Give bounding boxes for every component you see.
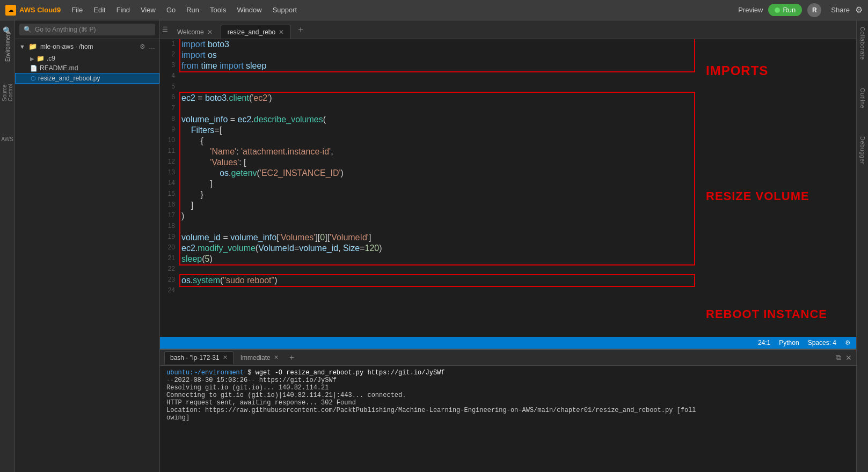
line-number-21: 21 (160, 254, 179, 264)
file-readme[interactable]: 📄 README.md (15, 63, 159, 73)
code-line-9: 9 Filters=[ (160, 125, 695, 136)
line-number-3: 3 (160, 61, 179, 71)
c9-folder-label: .c9 (47, 55, 55, 62)
terminal-tab-bash[interactable]: bash - "ip-172-31 ✕ (164, 351, 234, 364)
file-tree: 🔍 Go to Anything (⌘ P) ▼ 📁 mle-on-aws · … (15, 20, 160, 472)
code-line-16: 16 ] (160, 200, 695, 211)
terminal-line: HTTP request sent, awaiting response... … (166, 399, 850, 407)
status-bar: 24:1 Python Spaces: 4 ⚙ (160, 337, 856, 349)
term-output: Location: https://raw.githubusercontent.… (166, 407, 696, 414)
terminal-content[interactable]: ubuntu:~/environment $ wget -O resize_an… (160, 366, 856, 472)
new-tab-button[interactable]: ＋ (294, 23, 307, 36)
editor-content-area: 1import boto32import os3from time import… (160, 39, 856, 337)
menu-bar: ☁ AWS Cloud9 File Edit Find View Go Run … (0, 0, 868, 20)
left-sidebar-icons: 🔍 Environment Source Control AWS (0, 20, 15, 472)
code-line-4: 4 (160, 71, 695, 82)
line-number-18: 18 (160, 222, 179, 232)
aws-icon: ☁ (5, 5, 16, 16)
line-content-1: import boto3 (179, 39, 695, 50)
line-content-13: os.getenv('EC2_INSTANCE_ID') (179, 168, 695, 179)
terminal-controls: ⧉ ✕ (297, 353, 856, 362)
line-content-16: ] (179, 200, 695, 211)
line-content-12: 'Values': [ (179, 157, 695, 168)
terminal-immediate-close[interactable]: ✕ (274, 354, 279, 361)
terminal-new-tab[interactable]: ＋ (288, 352, 296, 363)
annotations-column: IMPORTS RESIZE VOLUME REBOOT INSTANCE (695, 39, 856, 337)
right-sidebar-debugger[interactable]: Debugger (858, 134, 867, 166)
line-number-4: 4 (160, 71, 179, 82)
code-line-22: 22 (160, 264, 695, 275)
menu-go[interactable]: Go (162, 4, 180, 16)
menu-file[interactable]: File (67, 4, 87, 16)
search-box[interactable]: 🔍 Go to Anything (⌘ P) (19, 24, 155, 35)
line-content-7 (179, 104, 695, 114)
status-gear-icon[interactable]: ⚙ (845, 339, 851, 346)
terminal-bash-close[interactable]: ✕ (223, 354, 228, 361)
term-output: Resolving git.io (git.io)... 140.82.114.… (166, 384, 329, 392)
tab-welcome[interactable]: Welcome ✕ (170, 25, 220, 39)
terminal-immediate-label: Immediate (240, 354, 271, 362)
line-number-8: 8 (160, 114, 179, 125)
app-logo: ☁ AWS Cloud9 (5, 5, 61, 16)
editor-panel: ☰ Welcome ✕ resize_and_rebo ✕ ＋ 1import … (160, 20, 856, 472)
aws-sidebar-icon[interactable]: AWS (2, 133, 13, 145)
tree-more-icon[interactable]: … (149, 43, 155, 50)
tab-welcome-label: Welcome (177, 28, 204, 36)
settings-icon[interactable]: ⚙ (855, 5, 863, 15)
terminal-maximize-icon[interactable]: ⧉ (836, 353, 841, 362)
terminal-line: Resolving git.io (git.io)... 140.82.114.… (166, 384, 850, 392)
readme-file-icon: 📄 (30, 65, 38, 72)
run-button[interactable]: Run (768, 4, 802, 16)
folder-expand-icon[interactable]: ▼ (19, 43, 25, 50)
code-line-15: 15 } (160, 189, 695, 200)
share-button[interactable]: Share (831, 6, 850, 14)
line-number-12: 12 (160, 157, 179, 168)
preview-button[interactable]: Preview (738, 6, 763, 14)
line-number-19: 19 (160, 232, 179, 243)
menu-view[interactable]: View (136, 4, 160, 16)
terminal-close-icon[interactable]: ✕ (845, 353, 852, 362)
root-folder-name: mle-on-aws · /hom (40, 43, 136, 50)
menu-tools[interactable]: Tools (206, 4, 230, 16)
right-sidebar-outline[interactable]: Outline (858, 86, 867, 110)
term-prompt: ubuntu:~/environment (166, 369, 244, 377)
user-avatar[interactable]: R (807, 3, 821, 17)
code-editor[interactable]: 1import boto32import os3from time import… (160, 39, 695, 337)
tab-resize-reboot[interactable]: resize_and_rebo ✕ (221, 25, 291, 39)
terminal-tab-immediate[interactable]: Immediate ✕ (235, 351, 285, 364)
line-content-2: import os (179, 50, 695, 61)
line-content-23: os.system("sudo reboot") (179, 275, 695, 286)
menu-window[interactable]: Window (232, 4, 266, 16)
line-content-17: ) (179, 211, 695, 222)
menu-run[interactable]: Run (182, 4, 203, 16)
code-line-17: 17) (160, 211, 695, 222)
resize-volume-label: RESIZE VOLUME (706, 189, 809, 203)
environment-icon[interactable]: Environment (2, 41, 13, 53)
line-number-11: 11 (160, 146, 179, 157)
line-content-3: from time import sleep (179, 61, 695, 71)
line-content-5 (179, 82, 695, 93)
code-line-8: 8volume_info = ec2.describe_volumes( (160, 114, 695, 125)
code-line-1: 1import boto3 (160, 39, 695, 50)
terminal-line: --2022-08-30 15:03:26-- https://git.io/J… (166, 377, 850, 384)
file-resize-reboot[interactable]: ⬡ resize_and_reboot.py (15, 73, 159, 84)
term-output: owing] (166, 414, 189, 422)
source-control-icon[interactable]: Source Control (2, 87, 13, 99)
tab-welcome-close[interactable]: ✕ (207, 28, 213, 36)
tree-settings-icon[interactable]: ⚙ (140, 43, 145, 50)
term-output: Connecting to git.io (git.io)|140.82.114… (166, 392, 406, 399)
right-sidebar-collaborate[interactable]: Collaborate (858, 25, 867, 62)
imports-label: IMPORTS (706, 63, 768, 78)
tab-resize-reboot-close[interactable]: ✕ (279, 28, 284, 36)
menu-find[interactable]: Find (112, 4, 134, 16)
line-content-20: ec2.modify_volume(VolumeId=volume_id, Si… (179, 243, 695, 254)
term-command: $ wget -O resize_and_reboot.py https://g… (244, 369, 444, 377)
menu-edit[interactable]: Edit (89, 4, 110, 16)
folder-c9[interactable]: ▶ 📁 .c9 (15, 54, 159, 63)
resize-reboot-label: resize_and_reboot.py (38, 75, 100, 82)
line-number-14: 14 (160, 179, 179, 189)
line-number-24: 24 (160, 286, 179, 297)
code-line-7: 7 (160, 104, 695, 114)
terminal-line: Connecting to git.io (git.io)|140.82.114… (166, 392, 850, 399)
menu-support[interactable]: Support (268, 4, 302, 16)
